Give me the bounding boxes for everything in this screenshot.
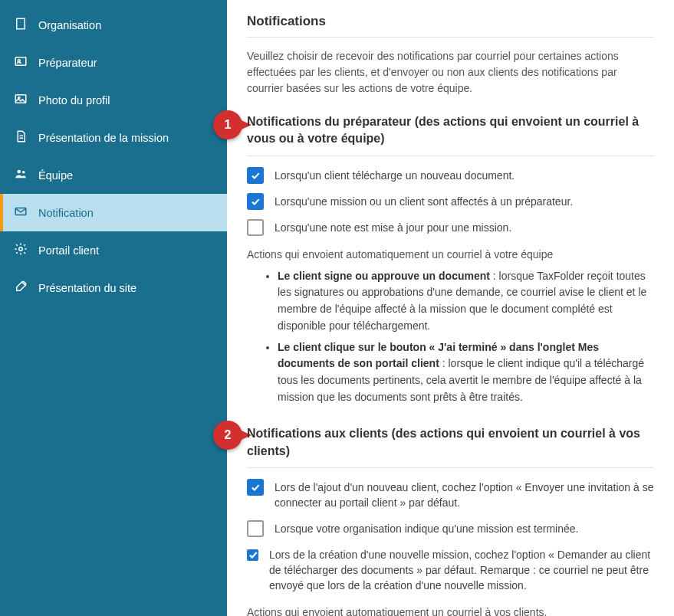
mail-icon xyxy=(14,205,28,221)
divider xyxy=(247,467,654,468)
sidebar-item-label: Organisation xyxy=(38,19,101,31)
checkbox-note-updated[interactable] xyxy=(247,219,264,236)
checkbox-row-note-updated: Lorsqu'une note est mise à jour pour une… xyxy=(247,219,654,236)
sidebar-item-portail-client[interactable]: Portail client xyxy=(0,231,227,269)
checkbox-label: Lorsqu'un client télécharge un nouveau d… xyxy=(275,167,515,183)
sidebar-item-photo[interactable]: Photo du profil xyxy=(0,81,227,119)
id-card-icon xyxy=(14,54,28,70)
checkbox-mission-done[interactable] xyxy=(247,520,264,537)
main-content: Notifications Veuillez choisir de recevo… xyxy=(227,0,674,616)
checkbox-label: Lorsqu'une mission ou un client sont aff… xyxy=(275,193,573,209)
svg-rect-0 xyxy=(17,18,25,29)
divider xyxy=(247,156,654,156)
section-client-notifications: 2 Notifications aux clients (des actions… xyxy=(247,425,654,616)
svg-rect-7 xyxy=(15,57,26,66)
sidebar-item-label: Notification xyxy=(38,207,94,219)
checkbox-row-new-client-invite: Lors de l'ajout d'un nouveau client, coc… xyxy=(247,479,654,511)
auto-actions-list: Le client signe ou approuve un document … xyxy=(247,268,654,406)
checkbox-label: Lors de l'ajout d'un nouveau client, coc… xyxy=(275,479,654,511)
svg-point-16 xyxy=(19,247,23,251)
list-item: Le client clique sur le bouton « J'ai te… xyxy=(278,339,654,406)
sidebar-item-label: Présentation de la mission xyxy=(38,132,169,144)
checkbox-new-mission-request[interactable] xyxy=(247,549,258,561)
sidebar-item-presentation-site[interactable]: Présentation du site xyxy=(0,269,227,306)
auto-actions-caption-clients: Actions qui envoient automatiquement un … xyxy=(247,606,654,616)
team-icon xyxy=(14,167,28,183)
checkbox-label: Lorsqu'une note est mise à jour pour une… xyxy=(275,219,511,235)
sidebar-item-label: Photo du profil xyxy=(38,94,110,106)
image-icon xyxy=(14,92,28,108)
sidebar-item-preparateur[interactable]: Préparateur xyxy=(0,44,227,81)
auto-actions-caption: Actions qui envoient automatiquement un … xyxy=(247,248,654,260)
checkbox-row-upload-doc: Lorsqu'un client télécharge un nouveau d… xyxy=(247,167,654,184)
checkbox-label: Lorsque votre organisation indique qu'un… xyxy=(275,520,578,536)
sidebar-item-label: Présentation du site xyxy=(38,282,136,294)
checkbox-label: Lors de la création d'une nouvelle missi… xyxy=(269,546,654,594)
checkbox-new-client-invite[interactable] xyxy=(247,479,264,496)
checkbox-client-upload[interactable] xyxy=(247,167,264,184)
sidebar-item-notification[interactable]: Notification xyxy=(0,194,227,231)
building-icon xyxy=(14,17,28,33)
sidebar-item-presentation-mission[interactable]: Présentation de la mission xyxy=(0,119,227,156)
sidebar-item-label: Portail client xyxy=(38,244,99,257)
document-icon xyxy=(14,129,28,146)
svg-point-14 xyxy=(22,171,25,174)
page-title: Notifications xyxy=(247,14,654,29)
settings-sidebar: Organisation Préparateur Photo du profil… xyxy=(0,0,227,616)
sidebar-item-organisation[interactable]: Organisation xyxy=(0,6,227,44)
sidebar-item-equipe[interactable]: Équipe xyxy=(0,156,227,194)
section-preparer-notifications: 1 Notifications du préparateur (des acti… xyxy=(247,113,654,405)
checkbox-row-assigned: Lorsqu'une mission ou un client sont aff… xyxy=(247,193,654,210)
brush-icon xyxy=(14,280,28,296)
checkbox-row-new-mission-request: Lors de la création d'une nouvelle missi… xyxy=(247,546,654,594)
list-item: Le client signe ou approuve un document … xyxy=(278,268,654,335)
section-heading-2: Notifications aux clients (des actions q… xyxy=(247,425,654,460)
svg-point-8 xyxy=(18,60,20,62)
checkbox-row-mission-done: Lorsque votre organisation indique qu'un… xyxy=(247,520,654,537)
checkbox-assigned[interactable] xyxy=(247,193,264,210)
section-heading-1: Notifications du préparateur (des action… xyxy=(247,113,654,148)
divider xyxy=(247,37,654,38)
svg-point-13 xyxy=(18,170,21,174)
sidebar-item-label: Équipe xyxy=(38,169,73,182)
sidebar-item-label: Préparateur xyxy=(38,57,97,69)
gear-icon xyxy=(14,242,28,258)
intro-text: Veuillez choisir de recevoir des notific… xyxy=(247,48,654,97)
